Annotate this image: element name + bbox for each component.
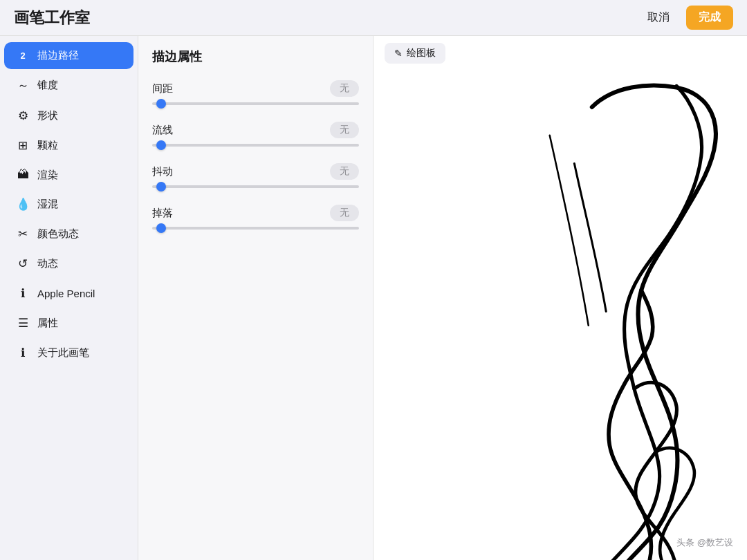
prop-row-spacing: 间距无: [138, 73, 373, 115]
prop-slider-thumb-falloff[interactable]: [156, 223, 166, 233]
prop-row-streamline: 流线无: [138, 115, 373, 156]
drawing-svg: [374, 71, 747, 560]
prop-row-falloff: 掉落无: [138, 198, 373, 239]
sidebar-item-label-apple-pencil: Apple Pencil: [37, 288, 95, 299]
app-title: 画笔工作室: [14, 8, 90, 28]
prop-slider-spacing[interactable]: [152, 102, 359, 105]
canvas-toolbar: ✎ 绘图板: [374, 36, 747, 71]
sidebar-item-icon-shape: ⚙: [15, 109, 30, 123]
sidebar-item-label-properties: 属性: [37, 317, 58, 330]
sidebar-item-icon-grain: ⊞: [15, 138, 30, 153]
drawing-board-label: 绘图板: [407, 47, 436, 59]
watermark: 头条 @数艺设: [676, 536, 733, 549]
sidebar-item-label-about: 关于此画笔: [37, 346, 89, 360]
drawing-board-button[interactable]: ✎ 绘图板: [385, 43, 445, 64]
prop-slider-thumb-jitter[interactable]: [156, 182, 166, 192]
sidebar-item-stroke-path[interactable]: 2描边路径: [4, 42, 133, 69]
prop-header-spacing: 间距无: [152, 80, 359, 97]
sidebar-item-wet-mix[interactable]: 💧湿混: [4, 190, 133, 218]
sidebar-item-label-color-dynamics: 颜色动态: [37, 227, 79, 241]
prop-label-jitter: 抖动: [152, 165, 173, 178]
prop-slider-streamline[interactable]: [152, 144, 359, 147]
header-actions: 取消 完成: [639, 6, 733, 30]
prop-label-spacing: 间距: [152, 82, 173, 95]
canvas-drawing[interactable]: [374, 71, 747, 560]
sidebar-item-color-dynamics[interactable]: ✂颜色动态: [4, 220, 133, 248]
sidebar: 2描边路径～锥度⚙形状⊞颗粒🏔渲染💧湿混✂颜色动态↺动态ℹApple Penci…: [0, 36, 138, 560]
middle-panel: 描边属性 间距无流线无抖动无掉落无: [138, 36, 374, 560]
sidebar-item-about[interactable]: ℹ关于此画笔: [4, 339, 133, 367]
sidebar-item-label-render: 渲染: [37, 169, 58, 182]
prop-label-streamline: 流线: [152, 124, 173, 137]
prop-value-streamline: 无: [330, 122, 359, 138]
canvas-area: ✎ 绘图板 头条 @数艺设: [374, 36, 747, 560]
sidebar-item-icon-taper: ～: [15, 77, 30, 93]
prop-slider-thumb-spacing[interactable]: [156, 99, 166, 109]
main-layout: 2描边路径～锥度⚙形状⊞颗粒🏔渲染💧湿混✂颜色动态↺动态ℹApple Penci…: [0, 36, 747, 560]
prop-slider-falloff[interactable]: [152, 227, 359, 230]
sidebar-item-icon-properties: ☰: [15, 316, 30, 330]
sidebar-item-properties[interactable]: ☰属性: [4, 309, 133, 337]
sidebar-item-icon-dynamics: ↺: [15, 256, 30, 271]
prop-row-jitter: 抖动无: [138, 156, 373, 198]
sidebar-item-taper[interactable]: ～锥度: [4, 71, 133, 100]
sidebar-item-icon-render: 🏔: [15, 168, 30, 182]
sidebar-item-label-wet-mix: 湿混: [37, 198, 58, 211]
prop-header-jitter: 抖动无: [152, 163, 359, 180]
cancel-button[interactable]: 取消: [639, 6, 678, 29]
sidebar-item-icon-wet-mix: 💧: [15, 197, 30, 212]
sidebar-item-label-taper: 锥度: [37, 79, 58, 92]
prop-label-falloff: 掉落: [152, 207, 173, 220]
prop-header-streamline: 流线无: [152, 122, 359, 138]
prop-value-spacing: 无: [330, 80, 359, 97]
sidebar-item-grain[interactable]: ⊞颗粒: [4, 131, 133, 160]
prop-slider-jitter[interactable]: [152, 185, 359, 188]
sidebar-item-render[interactable]: 🏔渲染: [4, 161, 133, 189]
sidebar-item-label-stroke-path: 描边路径: [37, 49, 79, 62]
prop-value-falloff: 无: [330, 205, 359, 221]
sidebar-item-label-dynamics: 动态: [37, 257, 58, 270]
sidebar-item-icon-stroke-path: 2: [15, 50, 30, 61]
sidebar-item-icon-color-dynamics: ✂: [15, 227, 30, 241]
sidebar-item-dynamics[interactable]: ↺动态: [4, 250, 133, 278]
sidebar-item-label-grain: 颗粒: [37, 139, 58, 152]
header: 画笔工作室 取消 完成: [0, 0, 747, 36]
drawing-board-icon: ✎: [394, 48, 403, 59]
sidebar-item-icon-apple-pencil: ℹ: [15, 286, 30, 301]
prop-slider-thumb-streamline[interactable]: [156, 140, 166, 150]
sidebar-item-icon-about: ℹ: [15, 346, 30, 360]
sidebar-item-shape[interactable]: ⚙形状: [4, 102, 133, 130]
sidebar-item-apple-pencil[interactable]: ℹApple Pencil: [4, 279, 133, 308]
sidebar-item-label-shape: 形状: [37, 109, 58, 122]
prop-header-falloff: 掉落无: [152, 205, 359, 221]
panel-title: 描边属性: [138, 36, 373, 73]
prop-value-jitter: 无: [330, 163, 359, 180]
done-button[interactable]: 完成: [686, 6, 733, 30]
